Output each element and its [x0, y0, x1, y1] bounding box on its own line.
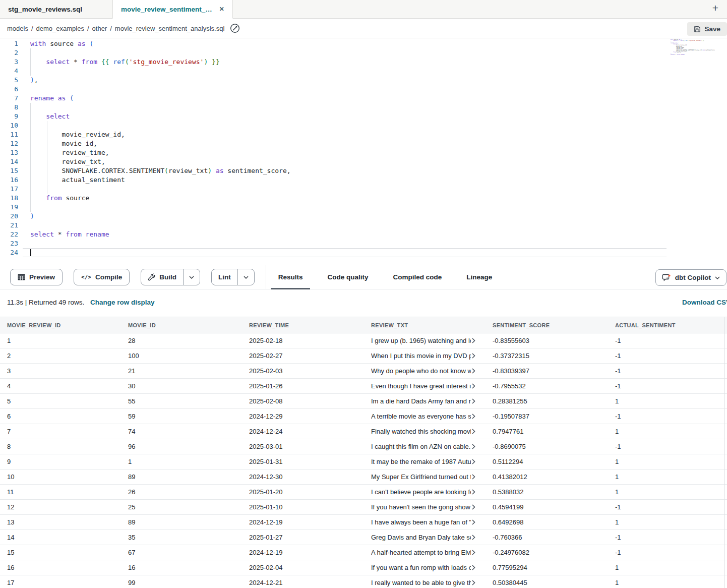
breadcrumb-segment[interactable]: movie_review_sentiment_analysis.sql — [115, 25, 225, 32]
code-text: SNOWFLAKE.CORTEX.SENTIMENT(review_txt) a… — [23, 166, 727, 175]
review-text: When I put this movie in my DVD playe… — [371, 352, 471, 360]
code-text: ), — [23, 76, 727, 85]
code-line[interactable]: 20) — [0, 212, 727, 221]
tab-results[interactable]: Results — [271, 265, 311, 289]
expand-cell-icon[interactable] — [472, 368, 475, 374]
code-line[interactable]: 19 — [0, 203, 727, 212]
code-line[interactable]: 24 — [0, 248, 727, 257]
code-line[interactable]: 22select * from rename — [0, 230, 727, 239]
code-line[interactable]: 17 — [0, 185, 727, 194]
code-line[interactable]: 13 review_time, — [0, 148, 727, 157]
review-text: I can't believe people are looking for a… — [371, 488, 471, 496]
close-icon[interactable]: ✕ — [219, 6, 224, 13]
compile-button[interactable]: </> Compile — [74, 269, 130, 285]
build-dropdown-button[interactable] — [183, 269, 200, 285]
table-cell: A terrible movie as everyone has said. … — [364, 409, 486, 424]
code-line[interactable]: 1with source as ( — [0, 39, 727, 48]
code-line[interactable]: 10 — [0, 121, 727, 130]
code-line[interactable]: 2 — [0, 48, 727, 57]
table-cell: When I put this movie in my DVD playe… — [364, 348, 486, 363]
code-line[interactable]: 7rename as ( — [0, 94, 727, 103]
expand-cell-icon[interactable] — [472, 565, 475, 570]
breadcrumb-segment[interactable]: models — [7, 25, 28, 32]
table-row: 12252025-01-10If you haven't seen the go… — [0, 500, 727, 515]
code-line[interactable]: 12 movie_id, — [0, 139, 727, 148]
table-cell: My Super Ex Girlfriend turned out to b… — [364, 469, 486, 484]
expand-cell-icon[interactable] — [472, 353, 475, 359]
build-button[interactable]: Build — [141, 269, 183, 285]
review-text: A terrible movie as everyone has said. … — [371, 413, 471, 420]
minimap-line: select * from rename — [671, 54, 715, 55]
code-line[interactable]: 3 select * from {{ ref('stg_movie_review… — [0, 57, 727, 67]
expand-cell-icon[interactable] — [472, 338, 475, 343]
table-cell: 55 — [121, 394, 242, 408]
lint-button[interactable]: Lint — [212, 269, 237, 285]
breadcrumb-segment[interactable]: demo_examples — [36, 25, 84, 32]
chevron-down-icon — [189, 276, 194, 279]
tab-code-quality[interactable]: Code quality — [320, 265, 376, 289]
table-cell: 10 — [0, 469, 121, 484]
expand-cell-icon[interactable] — [472, 444, 475, 449]
code-editor[interactable]: 1with source as (23 select * from {{ ref… — [0, 38, 727, 265]
table-cell: Finally watched this shocking movie la… — [364, 424, 486, 439]
code-line[interactable]: 18 from source — [0, 194, 727, 203]
line-number: 12 — [0, 139, 23, 148]
code-text: select * from {{ ref('stg_movie_reviews'… — [23, 57, 727, 67]
code-line[interactable]: 21 — [0, 221, 727, 230]
tab-lineage[interactable]: Lineage — [459, 265, 500, 289]
lint-dropdown-button[interactable] — [237, 269, 254, 285]
download-csv-link[interactable]: Download CSV — [682, 299, 727, 306]
code-line[interactable]: 14 review_txt, — [0, 157, 727, 166]
code-line[interactable]: 6 — [0, 85, 727, 94]
code-line[interactable]: 15 SNOWFLAKE.CORTEX.SENTIMENT(review_txt… — [0, 166, 727, 175]
editor-tab[interactable]: stg_movie_reviews.sql — [0, 0, 112, 19]
expand-cell-icon[interactable] — [472, 459, 475, 464]
table-cell: -1 — [608, 439, 727, 454]
expand-cell-icon[interactable] — [472, 414, 475, 419]
expand-cell-icon[interactable] — [472, 519, 475, 525]
table-cell: 1 — [0, 333, 121, 348]
preview-button[interactable]: Preview — [10, 269, 63, 285]
expand-cell-icon[interactable] — [472, 535, 475, 540]
expand-cell-icon[interactable] — [472, 550, 475, 555]
code-line[interactable]: 5), — [0, 76, 727, 85]
code-line[interactable]: 11 movie_review_id, — [0, 130, 727, 139]
copilot-generate-icon[interactable] — [229, 23, 240, 34]
code-text — [23, 67, 727, 76]
table-cell: 1 — [608, 560, 727, 575]
table-cell: -1 — [608, 379, 727, 393]
table-cell: 2024-12-29 — [242, 409, 364, 424]
table-row: 13892024-12-19I have always been a huge … — [0, 515, 727, 530]
save-button[interactable]: Save — [687, 22, 727, 36]
editor-tab-active[interactable]: movie_review_sentiment_…✕ — [112, 0, 233, 19]
code-line[interactable]: 9 select — [0, 112, 727, 121]
code-line[interactable]: 8 — [0, 103, 727, 112]
review-text: It may be the remake of 1987 Autumn'… — [371, 458, 471, 465]
breadcrumb: models/demo_examples/other/movie_review_… — [7, 25, 224, 32]
table-cell: -1 — [608, 530, 727, 545]
code-text: movie_id, — [23, 139, 727, 148]
new-tab-button[interactable]: + — [709, 2, 722, 14]
table-cell: 0.50380445 — [486, 575, 608, 588]
code-line[interactable]: 23 — [0, 239, 727, 248]
expand-cell-icon[interactable] — [472, 504, 475, 510]
expand-cell-icon[interactable] — [472, 429, 475, 434]
change-row-display-link[interactable]: Change row display — [90, 299, 155, 306]
table-cell: 30 — [121, 379, 242, 393]
expand-cell-icon[interactable] — [472, 474, 475, 480]
code-line[interactable]: 4 — [0, 67, 727, 76]
expand-cell-icon[interactable] — [472, 580, 475, 585]
expand-cell-icon[interactable] — [472, 398, 475, 404]
table-row: 21002025-02-27When I put this movie in m… — [0, 348, 727, 364]
expand-cell-icon[interactable] — [472, 383, 475, 389]
table-cell: 89 — [121, 469, 242, 484]
table-row: 4302025-01-26Even though I have great in… — [0, 379, 727, 394]
breadcrumb-segment[interactable]: other — [92, 25, 107, 32]
dbt-copilot-button[interactable]: dbt Copilot — [655, 269, 726, 286]
tab-compiled-code[interactable]: Compiled code — [385, 265, 449, 289]
code-line[interactable]: 16 actual_sentiment — [0, 175, 727, 185]
table-row: 1282025-02-18I grew up (b. 1965) watchin… — [0, 333, 727, 348]
code-minimap[interactable]: with source as ( select * from {{ ref('s… — [671, 39, 715, 69]
expand-cell-icon[interactable] — [472, 489, 475, 495]
review-text: Greg Davis and Bryan Daly take some … — [371, 534, 471, 541]
